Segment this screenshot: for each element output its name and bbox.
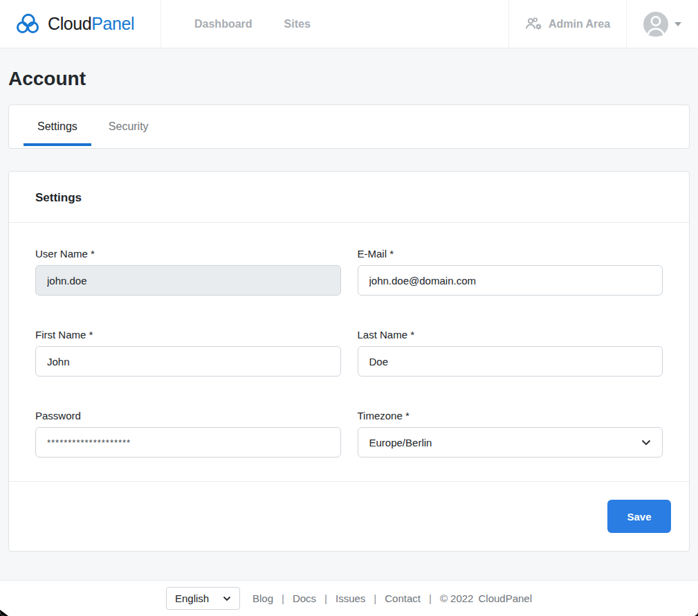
- footer-link-blog[interactable]: Blog: [252, 592, 273, 604]
- language-select[interactable]: English: [166, 587, 240, 610]
- users-gear-icon: [525, 17, 542, 30]
- timezone-selected-value: Europe/Berlin: [369, 437, 432, 449]
- password-input[interactable]: [35, 427, 341, 458]
- chevron-down-icon: [641, 440, 651, 446]
- settings-form: User Name * E-Mail * First Name * Last N…: [9, 223, 689, 481]
- user-name-input: [35, 265, 341, 296]
- separator: |: [324, 592, 327, 604]
- first-name-label: First Name *: [35, 329, 341, 341]
- page-title: Account: [8, 68, 690, 90]
- timezone-label: Timezone *: [358, 410, 663, 422]
- user-name-label: User Name *: [35, 248, 341, 260]
- user-name-field: User Name *: [35, 248, 341, 296]
- email-label: E-Mail *: [358, 248, 663, 260]
- save-button[interactable]: Save: [607, 500, 671, 533]
- tab-security[interactable]: Security: [95, 105, 163, 148]
- footer-link-docs[interactable]: Docs: [293, 592, 316, 604]
- last-name-label: Last Name *: [358, 329, 663, 341]
- avatar: [643, 12, 668, 37]
- tab-settings[interactable]: Settings: [24, 105, 91, 148]
- first-name-input[interactable]: [35, 346, 341, 377]
- cloud-logo-icon: [15, 12, 41, 35]
- settings-card-footer: Save: [9, 481, 689, 551]
- logo[interactable]: CloudPanel: [0, 0, 161, 48]
- footer-links: Blog | Docs | Issues | Contact | © 2022 …: [252, 592, 532, 604]
- account-tabs: Settings Security: [8, 105, 690, 149]
- settings-card-title: Settings: [9, 172, 689, 223]
- language-selected-value: English: [175, 592, 209, 604]
- nav-link-dashboard[interactable]: Dashboard: [194, 18, 252, 30]
- page-footer: English Blog | Docs | Issues | Contact |…: [0, 580, 698, 616]
- password-field: Password: [35, 410, 341, 458]
- admin-area-link[interactable]: Admin Area: [508, 0, 626, 48]
- email-field: E-Mail *: [358, 248, 663, 296]
- separator: |: [429, 592, 432, 604]
- brand-name: CloudPanel: [48, 14, 134, 34]
- email-input[interactable]: [358, 265, 663, 296]
- last-name-field: Last Name *: [358, 329, 663, 377]
- admin-area-label: Admin Area: [549, 18, 610, 30]
- copyright: © 2022 CloudPanel: [440, 592, 532, 604]
- footer-link-contact[interactable]: Contact: [385, 592, 421, 604]
- top-navbar: CloudPanel Dashboard Sites: [0, 0, 698, 48]
- nav-link-sites[interactable]: Sites: [284, 18, 311, 30]
- password-label: Password: [35, 410, 341, 422]
- mouse-cursor: [0, 610, 8, 616]
- main-content: Account Settings Security Settings User …: [0, 48, 698, 580]
- nav-links: Dashboard Sites: [161, 0, 508, 48]
- timezone-select[interactable]: Europe/Berlin: [358, 427, 663, 458]
- settings-card: Settings User Name * E-Mail * First Name…: [8, 171, 690, 552]
- separator: |: [374, 592, 376, 604]
- last-name-input[interactable]: [358, 346, 663, 377]
- chevron-down-icon: [223, 596, 231, 601]
- separator: |: [282, 592, 284, 604]
- user-menu[interactable]: [626, 0, 698, 48]
- first-name-field: First Name *: [35, 329, 341, 377]
- cloudpanel-app: CloudPanel Dashboard Sites: [0, 0, 698, 616]
- timezone-field: Timezone * Europe/Berlin: [358, 410, 663, 458]
- footer-link-issues[interactable]: Issues: [336, 592, 365, 604]
- caret-down-icon: [674, 22, 681, 26]
